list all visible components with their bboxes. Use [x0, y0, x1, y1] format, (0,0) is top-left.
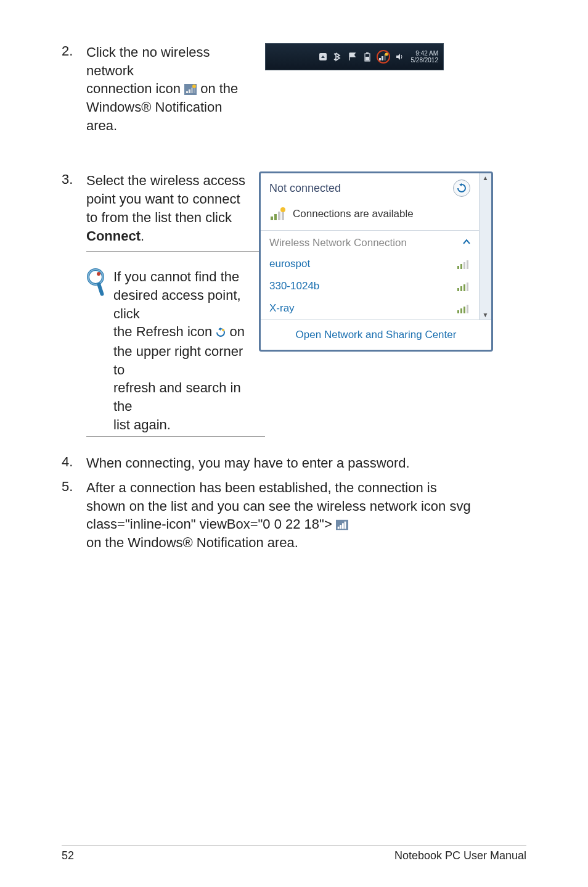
tip-line5: refresh and search in the [113, 380, 241, 414]
scroll-up-icon[interactable]: ▲ [480, 173, 491, 183]
step3-line3: to from the list then click [86, 210, 232, 225]
signal-avail-icon [269, 207, 287, 221]
not-connected-label: Not connected [269, 182, 341, 195]
tip-line6: list again. [113, 417, 171, 432]
network-name: X-ray [269, 302, 295, 315]
svg-rect-26 [463, 262, 465, 269]
wnc-label: Wireless Network Connection [269, 237, 407, 249]
tip-rule-bottom [86, 436, 265, 437]
no-wireless-icon [184, 81, 200, 96]
magnifier-icon [86, 268, 113, 434]
scrollbar[interactable]: ▲ ▼ [479, 173, 491, 320]
page-number: 52 [62, 849, 74, 862]
wireless-section-header[interactable]: Wireless Network Connection [261, 231, 479, 253]
bluetooth-icon [332, 51, 343, 62]
svg-point-13 [385, 53, 388, 56]
svg-rect-37 [338, 527, 340, 529]
tray-up-icon [317, 51, 329, 62]
svg-rect-34 [463, 307, 465, 313]
svg-rect-17 [97, 283, 105, 297]
refresh-word: Refresh [136, 324, 184, 339]
step2-line1: Click the no wireless network [86, 44, 210, 78]
open-network-center-link[interactable]: Open Network and Sharing Center [261, 320, 491, 350]
svg-rect-30 [463, 284, 465, 291]
step-number: 5. [62, 479, 86, 552]
step3-line1: Select the wireless access [86, 173, 245, 188]
step2-line3: Windows® Notification area. [86, 99, 222, 133]
page-footer: 52 Notebook PC User Manual [62, 845, 526, 862]
steps-4-5: 4. When connecting, you may have to ente… [62, 454, 526, 551]
step-2: 2. Click the no wireless network connect… [62, 43, 253, 134]
svg-rect-32 [457, 310, 459, 313]
popup-footer-label: Open Network and Sharing Center [296, 329, 457, 340]
tip-line3c: on [230, 324, 245, 339]
svg-rect-35 [467, 305, 468, 313]
wifi-popup-col: Not connected Connection [253, 171, 526, 352]
date: 5/28/2012 [411, 57, 439, 64]
signal-icon [457, 281, 470, 292]
scroll-down-icon[interactable]: ▼ [480, 310, 491, 320]
svg-rect-39 [342, 524, 344, 529]
network-tray-icon [378, 52, 388, 61]
step-text: Select the wireless access point you wan… [86, 171, 253, 245]
network-item-330-1024b[interactable]: 330-1024b [261, 275, 479, 297]
step5-line1: After a connection has been established,… [86, 480, 437, 495]
conn-avail-label: Connections are available [293, 208, 414, 220]
popup-main: Not connected Connection [261, 173, 479, 320]
svg-point-16 [97, 272, 100, 276]
svg-rect-38 [340, 525, 341, 529]
time: 9:42 AM [411, 50, 439, 57]
svg-point-23 [280, 207, 285, 212]
step3-period: . [141, 228, 144, 244]
connections-available-row: Connections are available [261, 203, 479, 230]
svg-rect-1 [186, 91, 188, 93]
svg-point-18 [222, 329, 224, 331]
flag-icon [347, 51, 358, 62]
refresh-button[interactable] [453, 179, 470, 197]
highlight-circle [377, 50, 390, 64]
wifi-popup: Not connected Connection [259, 171, 493, 352]
step3-line2: point you want to connect [86, 191, 240, 207]
tip-line2: desired access point, click [113, 287, 241, 321]
tip-text: If you cannot find the desired access po… [113, 268, 253, 434]
svg-rect-19 [271, 217, 273, 220]
svg-rect-40 [344, 522, 346, 529]
svg-rect-8 [366, 52, 369, 54]
signal-icon [457, 258, 470, 270]
signal-icon [457, 303, 470, 314]
svg-point-15 [88, 270, 103, 284]
tip-box: If you cannot find the desired access po… [86, 268, 253, 434]
svg-rect-25 [460, 264, 462, 269]
network-name: eurospot [269, 258, 310, 270]
taskbar-screenshot: 9:42 AM 5/28/2012 [253, 43, 526, 70]
network-item-eurospot[interactable]: eurospot [261, 253, 479, 275]
svg-rect-24 [457, 266, 459, 269]
svg-rect-27 [467, 260, 468, 269]
tip-line3a: the [113, 324, 133, 339]
connect-word: Connect [86, 228, 141, 244]
manual-title: Notebook PC User Manual [394, 849, 526, 862]
svg-rect-3 [191, 88, 193, 93]
step5-line3: on the Windows® Notification area. [86, 535, 298, 550]
tip-line3b: icon [187, 324, 212, 339]
tip-line4: the upper right corner to [113, 344, 243, 377]
step5-line2a: shown on the list and you can see the wi… [86, 498, 446, 514]
taskbar: 9:42 AM 5/28/2012 [265, 43, 444, 70]
step-text: When connecting, you may have to enter a… [86, 454, 526, 472]
popup-body: Not connected Connection [261, 173, 491, 320]
step-number: 2. [62, 43, 86, 134]
step-5: 5. After a connection has been establish… [62, 479, 526, 552]
svg-rect-33 [460, 308, 462, 313]
step2-line2a: connection icon [86, 81, 181, 96]
step-2-left: 2. Click the no wireless network connect… [62, 43, 253, 141]
svg-rect-9 [365, 57, 369, 60]
step-3-left: 3. Select the wireless access point you … [62, 171, 253, 442]
svg-rect-21 [278, 212, 280, 220]
svg-rect-29 [460, 286, 462, 291]
network-item-x-ray[interactable]: X-ray [261, 297, 479, 320]
clock: 9:42 AM 5/28/2012 [411, 50, 439, 64]
step-number: 3. [62, 171, 86, 245]
step-text: Click the no wireless network connection… [86, 43, 253, 134]
svg-rect-2 [189, 89, 190, 93]
scroll-track[interactable] [480, 183, 491, 310]
